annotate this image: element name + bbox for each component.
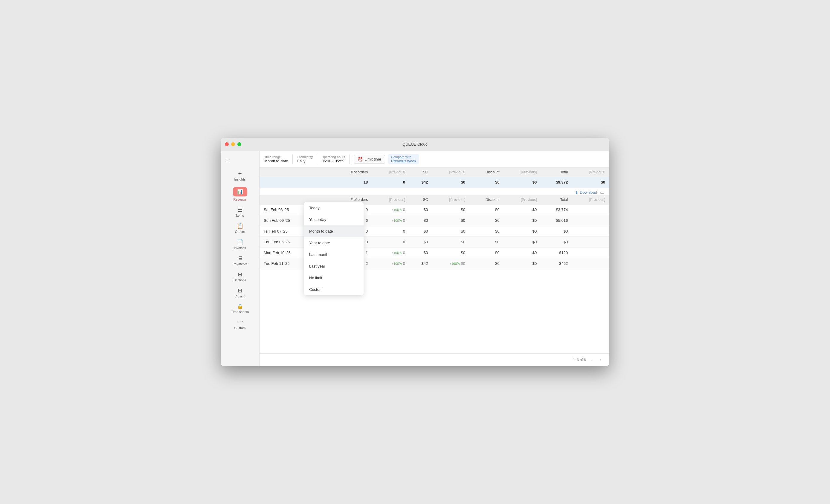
cell-prev-discount: $0 <box>504 215 541 226</box>
cell-prev-total <box>572 204 609 215</box>
divider-1 <box>292 155 293 164</box>
cell-prev-orders: 0 <box>372 237 409 247</box>
titlebar: QUEUE Cloud <box>221 138 609 151</box>
download-area: ⬇ Download ▭ <box>259 188 609 195</box>
limit-time-label: Limit time <box>364 157 381 161</box>
divider-3 <box>349 155 350 164</box>
traffic-lights <box>225 142 241 146</box>
summary-row: 18 0 $42 $0 $0 $0 $9,372 $0 <box>259 177 609 188</box>
sidebar-item-orders[interactable]: 📋 Orders <box>221 221 259 236</box>
prev-page-button[interactable]: ‹ <box>589 357 595 363</box>
sidebar-item-label: Insights <box>234 177 246 181</box>
app-body: ≡ ✦ Insights 📊 Revenue ☰ Items 📋 <box>221 151 609 366</box>
dropdown-item-today[interactable]: Today <box>304 202 363 214</box>
cell-prev-discount: $0 <box>504 258 541 269</box>
sidebar-item-label: Custom <box>234 326 246 330</box>
operating-hours-selector[interactable]: Operating hours 06:00 - 05:59 <box>321 155 345 163</box>
dropdown-item-month-to-date[interactable]: Month to date <box>304 225 363 237</box>
sidebar-item-timesheets[interactable]: 🔒 Time sheets <box>221 302 259 316</box>
col-date <box>259 168 333 177</box>
cell-discount: $0 <box>470 247 504 258</box>
data-col-prev-sc: [Previous] <box>432 195 470 204</box>
data-col-sc: SC <box>409 195 432 204</box>
granularity-label: Granularity <box>297 155 313 159</box>
dropdown-item-last-year[interactable]: Last year <box>304 260 363 272</box>
sidebar-item-label: Orders <box>235 230 245 233</box>
cell-total: $0 <box>541 237 572 247</box>
cell-sc: $0 <box>409 247 432 258</box>
sidebar-item-insights[interactable]: ✦ Insights <box>221 169 259 183</box>
cell-prev-sc: $0 <box>432 247 470 258</box>
cell-sc: $0 <box>409 215 432 226</box>
cell-prev-sc: $0 <box>432 237 470 247</box>
cell-discount: $0 <box>470 215 504 226</box>
sidebar-item-revenue[interactable]: 📊 Revenue <box>221 185 259 204</box>
sidebar-item-payments[interactable]: 🖥 Payments <box>221 253 259 268</box>
cell-sc: $42 <box>409 258 432 269</box>
cell-prev-orders: 0 <box>372 226 409 237</box>
summary-orders: 18 <box>333 177 372 188</box>
limit-time-button[interactable]: ⏰ Limit time <box>354 155 385 164</box>
cell-total: $462 <box>541 258 572 269</box>
app-window: QUEUE Cloud ≡ ✦ Insights 📊 Revenue ☰ <box>221 138 609 366</box>
sidebar-item-label: Sections <box>233 278 246 282</box>
cell-prev-discount: $0 <box>504 247 541 258</box>
sidebar-item-closing[interactable]: ⊟ Closing <box>221 285 259 300</box>
sidebar: ≡ ✦ Insights 📊 Revenue ☰ Items 📋 <box>221 151 259 366</box>
custom-icon: 〰 <box>237 320 243 325</box>
sidebar-item-sections[interactable]: ⊞ Sections <box>221 269 259 284</box>
compare-value: Previous week <box>391 159 416 163</box>
time-range-dropdown: Today Yesterday Month to date Year to da… <box>304 202 363 295</box>
cell-prev-total <box>572 215 609 226</box>
cell-prev-sc: $0 <box>432 226 470 237</box>
cell-prev-discount: $0 <box>504 237 541 247</box>
chart-icon[interactable]: ▭ <box>600 190 605 195</box>
data-col-discount: Discount <box>470 195 504 204</box>
compare-with-selector[interactable]: Compare with Previous week <box>388 154 419 164</box>
sidebar-item-label: Closing <box>234 295 246 298</box>
pagination-info: 1–6 of 6 <box>573 358 586 362</box>
revenue-icon: 📊 <box>237 189 243 195</box>
sidebar-item-items[interactable]: ☰ Items <box>221 205 259 220</box>
time-range-value: Month to date <box>264 159 288 163</box>
cell-sc: $0 <box>409 226 432 237</box>
cell-discount: $0 <box>470 204 504 215</box>
summary-prev-total: $0 <box>572 177 609 188</box>
data-col-prev-total: [Previous] <box>572 195 609 204</box>
granularity-selector[interactable]: Granularity Daily <box>297 155 313 163</box>
col-discount: Discount <box>470 168 504 177</box>
cell-prev-total <box>572 247 609 258</box>
sidebar-item-invoices[interactable]: 📄 Invoices <box>221 237 259 252</box>
summary-prev-discount: $0 <box>504 177 541 188</box>
payments-icon: 🖥 <box>237 256 243 261</box>
summary-date <box>259 177 333 188</box>
time-range-selector[interactable]: Time range Month to date <box>264 155 288 163</box>
cell-discount: $0 <box>470 237 504 247</box>
maximize-button[interactable] <box>237 142 241 146</box>
cell-prev-total <box>572 237 609 247</box>
col-prev-sc: [Previous] <box>432 168 470 177</box>
operating-hours-label: Operating hours <box>321 155 345 159</box>
timesheets-icon: 🔒 <box>237 304 243 309</box>
hamburger-button[interactable]: ≡ <box>221 155 259 167</box>
toolbar: Time range Month to date Granularity Dai… <box>259 151 609 168</box>
download-button[interactable]: ⬇ Download <box>575 190 597 195</box>
next-page-button[interactable]: › <box>598 357 603 363</box>
footer-bar: 1–6 of 6 ‹ › <box>259 353 609 366</box>
dropdown-item-no-limit[interactable]: No limit <box>304 272 363 284</box>
dropdown-item-year-to-date[interactable]: Year to date <box>304 237 363 249</box>
cell-total: $3,774 <box>541 204 572 215</box>
dropdown-item-last-month[interactable]: Last month <box>304 249 363 260</box>
sidebar-item-custom[interactable]: 〰 Custom <box>221 317 259 332</box>
orders-icon: 📋 <box>237 223 244 229</box>
minimize-button[interactable] <box>231 142 235 146</box>
cell-prev-discount: $0 <box>504 226 541 237</box>
dropdown-item-yesterday[interactable]: Yesterday <box>304 214 363 225</box>
clock-icon: ⏰ <box>358 157 363 162</box>
dropdown-item-custom[interactable]: Custom <box>304 284 363 295</box>
compare-label: Compare with <box>391 155 416 159</box>
time-range-label: Time range <box>264 155 288 159</box>
close-button[interactable] <box>225 142 229 146</box>
cell-prev-orders: ↑100% 0 <box>372 204 409 215</box>
cell-prev-sc: $0 <box>432 204 470 215</box>
